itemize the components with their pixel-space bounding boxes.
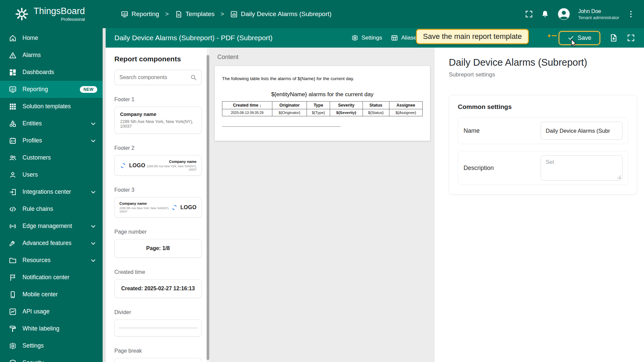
sidebar-item-label: Customers [22, 154, 51, 161]
save-button[interactable]: Save [558, 31, 600, 45]
description-input[interactable] [541, 155, 623, 181]
user-info[interactable]: John Doe Tenant administrator [578, 8, 619, 20]
shield-icon [9, 359, 17, 362]
topbar: ThingsBoard Professional Reporting > Tem… [0, 0, 644, 28]
sidebar-item-customers[interactable]: Customers [0, 149, 103, 166]
components-scrollbar-thumb[interactable] [207, 55, 209, 360]
footer1-company: Company name [120, 112, 196, 117]
component-footer-2[interactable]: LOGO Company name 2289 5th Ave New York,… [114, 155, 202, 176]
footer2-logo-block: LOGO [119, 162, 145, 169]
sidebar-item-rule-chains[interactable]: Rule chains [0, 200, 103, 218]
user-avatar[interactable] [557, 7, 571, 21]
template-page[interactable]: The following table lists the alarms of … [215, 66, 430, 141]
sidebar-item-mobile-center[interactable]: Mobile center [0, 286, 103, 303]
sidebar-item-label: Settings [22, 342, 44, 349]
breadcrumb-reporting[interactable]: Reporting [121, 10, 159, 18]
integrations-icon [9, 188, 17, 196]
cell-assignee: ${Assignee} [389, 109, 422, 116]
sidebar-item-label: Security [22, 359, 44, 362]
sidebar-item-home[interactable]: Home [0, 29, 103, 47]
home-icon [9, 34, 17, 42]
paint-icon [9, 325, 17, 333]
brand-subtitle: Professional [34, 17, 85, 22]
aliases-button[interactable]: Aliases [391, 34, 420, 42]
sidebar-item-integrations-center[interactable]: Integrations center [0, 183, 103, 200]
sidebar-item-label: Edge management [22, 223, 72, 230]
flag-icon [9, 274, 17, 282]
name-input[interactable] [541, 122, 623, 140]
chevron-down-icon [89, 120, 97, 128]
content-heading: Content [217, 54, 430, 61]
sidebar-scrollbar[interactable] [103, 28, 106, 362]
breadcrumb-current[interactable]: Daily Device Alarms (Subreport) [230, 10, 331, 18]
sidebar-item-label: Profiles [22, 137, 42, 144]
more-menu-icon[interactable] [627, 10, 635, 18]
component-divider[interactable] [114, 319, 202, 337]
sidebar-item-notification-center[interactable]: Notification center [0, 269, 103, 286]
table-header-assignee: Assignee [389, 102, 422, 109]
sidebar-item-api-usage[interactable]: API usage [0, 303, 103, 320]
search-input[interactable] [119, 74, 190, 81]
search-icon [190, 74, 197, 81]
cell-created-time: 2025-08-13 09:35:29 [222, 109, 272, 116]
component-label-page-number: Page number [114, 229, 202, 235]
component-page-number[interactable]: Page: 1/8 [114, 239, 202, 258]
sidebar-item-edge-management[interactable]: Edge management [0, 218, 103, 235]
breadcrumb-templates[interactable]: Templates [175, 10, 215, 18]
content-preview-panel: Content The following table lists the al… [210, 48, 435, 362]
main: Daily Device Alarms (Subreport) - PDF (S… [106, 28, 644, 362]
divider-line [119, 328, 197, 328]
component-label-footer2: Footer 2 [114, 145, 202, 151]
subreport-details-panel: Daily Device Alarms (Subreport) Subrepor… [435, 48, 644, 362]
chevron-down-icon [89, 222, 97, 230]
chevron-down-icon [89, 239, 97, 247]
component-page-break[interactable]: Page break [114, 358, 202, 362]
component-label-footer3: Footer 3 [114, 187, 202, 193]
fullscreen-icon[interactable] [525, 10, 533, 18]
chevron-down-icon [89, 137, 97, 145]
brand-name: ThingsBoard [34, 6, 85, 16]
sort-desc-icon: ↓ [259, 103, 261, 108]
generate-report-icon[interactable] [609, 34, 618, 42]
details-subtitle: Subreport settings [449, 71, 637, 78]
sidebar-item-entities[interactable]: Entities [0, 115, 103, 132]
footer2-logo-text: LOGO [129, 163, 145, 169]
table-header-status: Status [363, 102, 389, 109]
settings-button-label: Settings [362, 35, 382, 41]
component-footer-3[interactable]: Company name 2289 5th Ave New York, New … [114, 197, 202, 218]
sidebar-item-label: Integrations center [22, 188, 71, 195]
sidebar-item-users[interactable]: Users [0, 166, 103, 183]
breadcrumb-separator: > [221, 11, 224, 18]
breadcrumb-label: Daily Device Alarms (Subreport) [241, 10, 331, 18]
subheader: Daily Device Alarms (Subreport) - PDF (S… [106, 28, 644, 48]
reporting-icon [9, 85, 17, 94]
footer2-company: Company name [145, 160, 197, 164]
footer1-address: 2289 5th Ave New York, New York(NY), 100… [120, 119, 196, 129]
component-created-time[interactable]: Created: 2025-02-27 12:16:13 [114, 279, 202, 298]
footer2-address: 2289 5th Ave New York, New York(NY), 100… [145, 165, 197, 171]
sidebar-item-reporting[interactable]: ReportingNEW [0, 81, 103, 98]
components-scrollbar[interactable] [207, 48, 209, 362]
brand[interactable]: ThingsBoard Professional [0, 6, 121, 21]
sidebar-item-resources[interactable]: Resources [0, 252, 103, 269]
table-header-originator: Originator [272, 102, 307, 109]
sidebar-item-dashboards[interactable]: Dashboards [0, 64, 103, 81]
sidebar-item-label: Alarms [22, 52, 41, 59]
sidebar-item-settings[interactable]: Settings [0, 337, 103, 354]
sidebar-item-profiles[interactable]: Profiles [0, 132, 103, 149]
sidebar-item-advanced-features[interactable]: Advanced features [0, 235, 103, 252]
description-label: Description [464, 165, 494, 172]
sidebar-item-solution-templates[interactable]: Solution templates [0, 98, 103, 115]
settings-button[interactable]: Settings [351, 34, 382, 42]
api-usage-icon [9, 308, 17, 316]
sidebar-item-white-labeling[interactable]: White labeling [0, 320, 103, 337]
app-root: ThingsBoard Professional Reporting > Tem… [0, 0, 644, 362]
fullscreen-icon[interactable] [627, 34, 635, 42]
notifications-bell-icon[interactable] [541, 10, 549, 18]
sidebar-item-security[interactable]: Security [0, 354, 103, 362]
sidebar-item-alarms[interactable]: Alarms [0, 47, 103, 64]
footer3-logo-block: LOGO [171, 204, 197, 211]
sidebar-item-label: Reporting [22, 86, 48, 93]
table-row: 2025-08-13 09:35:29 ${Originator} ${Type… [222, 109, 423, 116]
component-footer-1[interactable]: Company name 2289 5th Ave New York, New … [114, 107, 202, 134]
